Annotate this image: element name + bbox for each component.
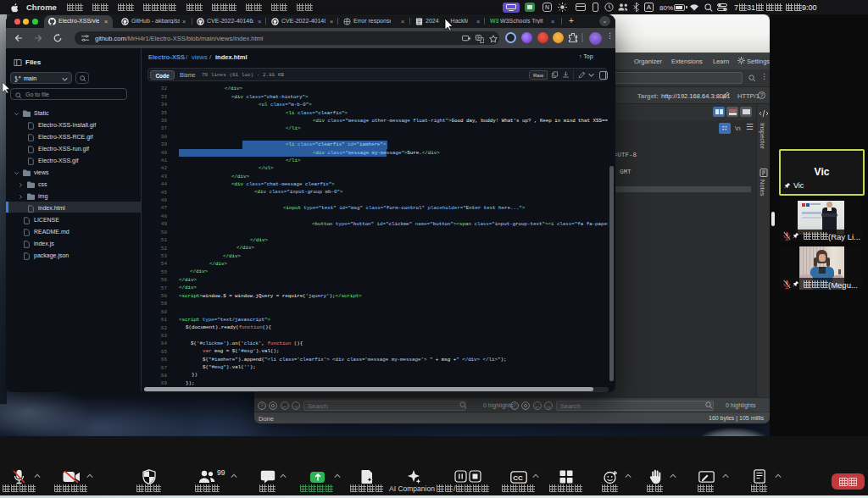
svg-text:?: ? bbox=[260, 402, 264, 408]
svg-text:?: ? bbox=[513, 402, 516, 408]
svg-text:CC: CC bbox=[513, 474, 523, 482]
